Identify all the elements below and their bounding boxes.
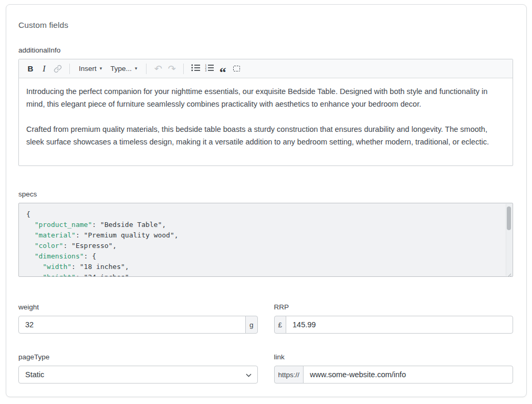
rrp-label: RRP bbox=[274, 303, 514, 311]
code-line: "dimensions": { bbox=[26, 251, 499, 262]
toolbar-separator bbox=[69, 64, 70, 74]
weight-input[interactable] bbox=[18, 316, 246, 334]
rich-text-editor: B I Insert ▾ Type... ▾ ↶ bbox=[18, 59, 513, 166]
blockquote-icon: “ bbox=[220, 71, 226, 74]
redo-button[interactable]: ↷ bbox=[165, 62, 179, 76]
redo-icon: ↷ bbox=[168, 64, 176, 74]
rte-paragraph: Introducing the perfect companion for yo… bbox=[26, 85, 505, 110]
page-type-label: pageType bbox=[18, 353, 258, 361]
insert-dropdown-label: Insert bbox=[79, 65, 97, 72]
specs-textarea[interactable]: {"product_name": "Bedside Table","materi… bbox=[18, 203, 513, 277]
specs-scrollbar-track[interactable] bbox=[506, 204, 512, 276]
fields-row-2: pageType Static link https:// bbox=[18, 353, 513, 384]
insert-dropdown[interactable]: Insert ▾ bbox=[75, 62, 106, 76]
page-type-select[interactable]: Static bbox=[18, 366, 258, 384]
weight-input-group: g bbox=[18, 316, 258, 334]
rte-paragraph: Crafted from premium quality materials, … bbox=[26, 123, 505, 148]
weight-field-group: weight g bbox=[18, 303, 258, 334]
bold-button[interactable]: B bbox=[24, 62, 37, 76]
page-type-select-wrap: Static bbox=[18, 366, 258, 384]
specs-label: specs bbox=[18, 190, 513, 198]
bullet-list-icon bbox=[191, 64, 200, 73]
blockquote-button[interactable]: “ bbox=[216, 62, 230, 76]
bullet-list-button[interactable] bbox=[189, 62, 202, 76]
link-icon bbox=[54, 65, 62, 73]
chevron-down-icon: ▾ bbox=[100, 66, 102, 71]
dashed-box-icon bbox=[233, 66, 240, 71]
link-protocol-addon: https:// bbox=[274, 366, 304, 384]
code-line: "width": "18 inches", bbox=[26, 262, 499, 272]
specs-scrollbar-thumb[interactable] bbox=[507, 206, 511, 230]
link-input-group: https:// bbox=[274, 366, 514, 384]
rrp-input-group: £ bbox=[274, 316, 514, 334]
code-line: "product_name": "Bedside Table", bbox=[26, 220, 499, 230]
page-title: Custom fields bbox=[18, 20, 513, 30]
specs-code: {"product_name": "Bedside Table","materi… bbox=[26, 209, 499, 277]
embed-block-button[interactable] bbox=[230, 62, 243, 76]
svg-text:3: 3 bbox=[205, 69, 206, 71]
code-line: { bbox=[26, 209, 499, 220]
toolbar-separator bbox=[146, 64, 147, 74]
code-line: "height": "24 inches", bbox=[26, 272, 499, 277]
toolbar-separator bbox=[183, 64, 184, 74]
link-button[interactable] bbox=[51, 62, 65, 76]
type-dropdown[interactable]: Type... ▾ bbox=[106, 62, 141, 76]
italic-button[interactable]: I bbox=[37, 62, 51, 76]
page-type-field-group: pageType Static bbox=[18, 353, 258, 384]
weight-label: weight bbox=[18, 303, 258, 311]
link-label: link bbox=[274, 353, 514, 361]
link-field-group: link https:// bbox=[274, 353, 514, 384]
weight-unit-addon: g bbox=[245, 316, 258, 334]
chevron-down-icon: ▾ bbox=[135, 66, 138, 71]
numbered-list-button[interactable]: 1 2 3 bbox=[202, 62, 216, 76]
resize-grip[interactable] bbox=[506, 270, 512, 275]
code-line: "color": "Espresso", bbox=[26, 241, 499, 251]
rte-toolbar: B I Insert ▾ Type... ▾ ↶ bbox=[19, 59, 513, 78]
numbered-list-icon: 1 2 3 bbox=[205, 64, 214, 73]
fields-row-1: weight g RRP £ bbox=[18, 303, 513, 334]
rte-content[interactable]: Introducing the perfect companion for yo… bbox=[19, 78, 513, 165]
undo-button[interactable]: ↶ bbox=[151, 62, 165, 76]
additional-info-label: additionalInfo bbox=[18, 46, 513, 54]
code-line: "material": "Premium quality wood", bbox=[26, 230, 499, 241]
rrp-currency-addon: £ bbox=[274, 316, 287, 334]
link-input[interactable] bbox=[303, 366, 513, 384]
type-dropdown-label: Type... bbox=[110, 65, 132, 72]
rrp-input[interactable] bbox=[286, 316, 513, 334]
undo-icon: ↶ bbox=[154, 64, 162, 74]
rrp-field-group: RRP £ bbox=[274, 303, 514, 334]
custom-fields-card: Custom fields additionalInfo B I Insert … bbox=[6, 4, 527, 397]
